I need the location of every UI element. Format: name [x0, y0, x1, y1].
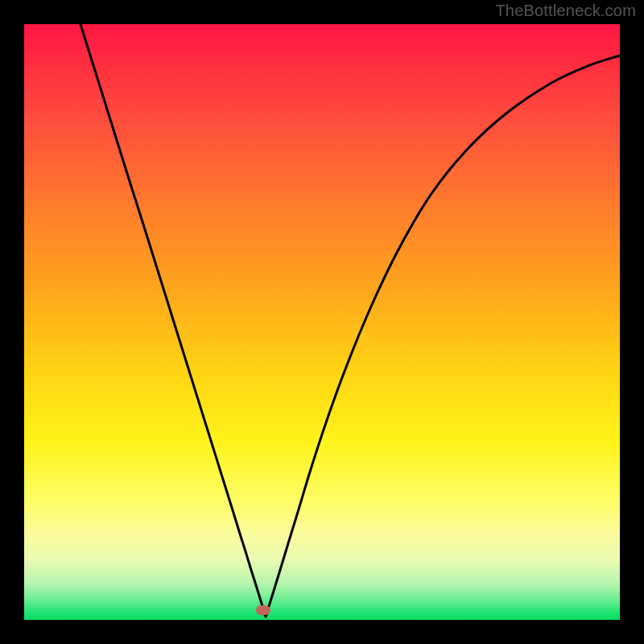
watermark-label: TheBottleneck.com: [495, 2, 636, 20]
bottleneck-curve-path: [80, 24, 620, 617]
bottleneck-curve-svg: [24, 24, 620, 620]
optimal-point-marker: [256, 605, 270, 615]
